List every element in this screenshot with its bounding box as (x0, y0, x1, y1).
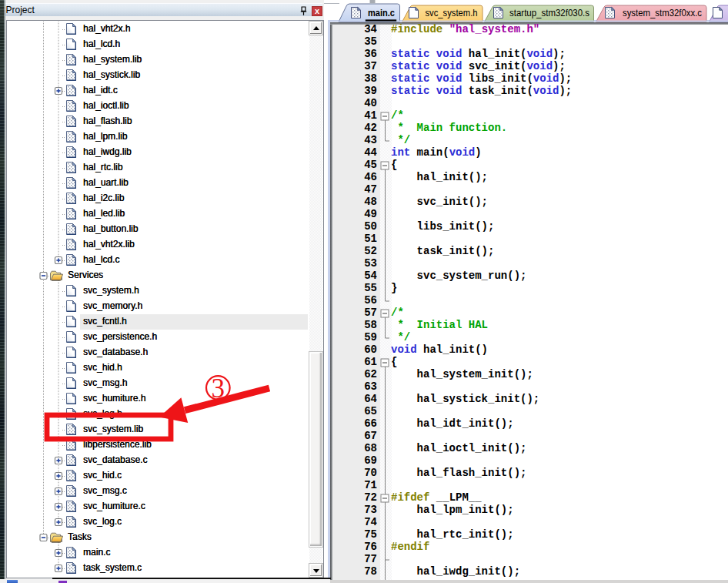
svg-text:3: 3 (212, 374, 225, 404)
